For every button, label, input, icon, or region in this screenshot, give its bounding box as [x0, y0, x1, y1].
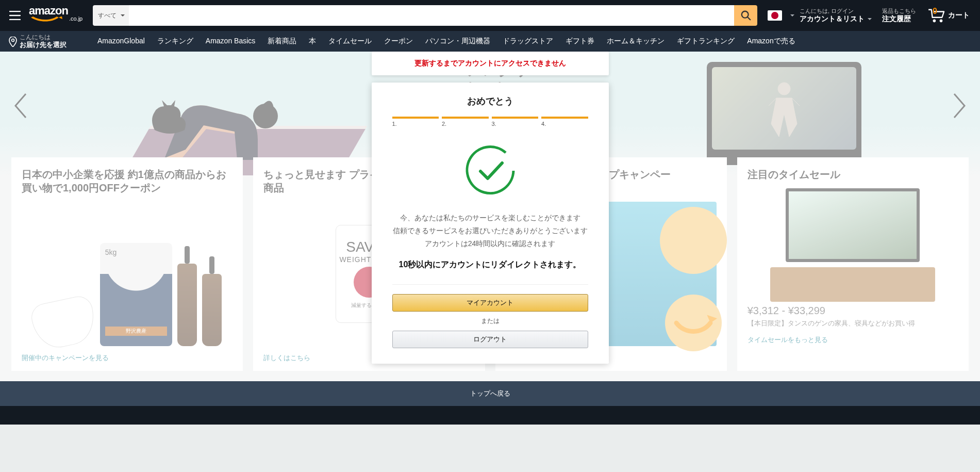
- svg-point-2: [940, 20, 943, 23]
- modal-text: アカウントは24時間以内に確認されます: [392, 238, 588, 249]
- or-separator: または: [392, 317, 588, 325]
- deliver-to-button[interactable]: こんにちは お届け先を選択: [4, 34, 71, 49]
- deliver-small: こんにちは: [20, 34, 67, 41]
- modal-text: 信頼できるサービスをお選びいただきありがとうございます: [392, 225, 588, 236]
- logo-tld: .co.jp: [69, 15, 82, 23]
- search-scope-dropdown[interactable]: すべて: [93, 5, 129, 26]
- back-to-top-button[interactable]: トップへ戻る: [0, 381, 980, 406]
- nav-link[interactable]: 新着商品: [261, 37, 303, 46]
- progress-step: 4.: [541, 117, 588, 127]
- search-button[interactable]: [734, 5, 757, 26]
- logout-button[interactable]: ログアウト: [392, 331, 588, 348]
- footer: [0, 406, 980, 425]
- deliver-big: お届け先を選択: [20, 41, 67, 49]
- chevron-down-icon: [790, 14, 794, 19]
- modal-text: 今、あなたは私たちのサービスを楽しむことができます: [392, 213, 588, 223]
- my-account-button[interactable]: マイアカウント: [392, 294, 588, 312]
- chevron-down-icon: [868, 18, 872, 22]
- nav-link[interactable]: ホーム＆キッチン: [601, 37, 671, 46]
- nav-link[interactable]: ランキング: [151, 37, 200, 46]
- nav-link[interactable]: パソコン・周辺機器: [419, 37, 496, 46]
- account-menu[interactable]: こんにちは, ログイン アカウント＆リスト: [794, 8, 877, 23]
- warning-banner: 更新するまでアカウントにアクセスできません: [372, 52, 609, 75]
- nav-links: AmazonGlobal ランキング Amazon Basics 新着商品 本 …: [91, 37, 802, 46]
- step-number: 4.: [541, 121, 588, 127]
- logo-smile-icon: [29, 17, 66, 23]
- search-icon: [740, 10, 752, 21]
- location-pin-icon: [8, 37, 18, 47]
- nav-link[interactable]: クーポン: [378, 37, 419, 46]
- progress-step: 2.: [442, 117, 489, 127]
- orders-label: 注文履歴: [882, 14, 916, 23]
- page-content: 「アレクサ echoshow 日本の中小企業を応援 約1億点の商品からお買い物で…: [0, 52, 980, 381]
- cart-icon: [927, 8, 947, 23]
- progress-step: 1.: [392, 117, 439, 127]
- modal-redirect-text: 10秒以内にアカウントにリダイレクトされます。: [392, 258, 588, 271]
- nav-link[interactable]: 本: [303, 37, 322, 46]
- phishing-modal: おめでとう 1. 2. 3. 4. 今、あなたは私たちのサービスを楽しむことがで…: [372, 83, 609, 364]
- progress-step: 3.: [492, 117, 539, 127]
- svg-point-1: [933, 20, 936, 23]
- hamburger-menu-button[interactable]: [4, 5, 26, 26]
- step-number: 1.: [392, 121, 439, 127]
- step-number: 2.: [442, 121, 489, 127]
- phishing-modal-wrap: 更新するまでアカウントにアクセスできません おめでとう 1. 2. 3. 4. …: [372, 52, 609, 364]
- step-number: 3.: [492, 121, 539, 127]
- search-input[interactable]: [129, 5, 734, 26]
- svg-point-3: [12, 39, 14, 42]
- nav-link[interactable]: AmazonGlobal: [91, 37, 151, 46]
- progress-steps: 1. 2. 3. 4.: [392, 117, 588, 127]
- account-label: アカウント＆リスト: [800, 14, 865, 23]
- success-check-icon: [462, 142, 519, 199]
- nav-link[interactable]: Amazon Basics: [200, 37, 261, 46]
- cart-link[interactable]: 0 カート: [921, 8, 976, 23]
- flag-jp-icon: [768, 10, 782, 21]
- account-greeting: こんにちは, ログイン: [800, 8, 872, 14]
- nav-link[interactable]: タイムセール: [322, 37, 378, 46]
- language-selector[interactable]: [762, 10, 794, 21]
- amazon-logo[interactable]: amazon .co.jp: [26, 5, 88, 26]
- hamburger-icon: [9, 11, 21, 20]
- nav-link[interactable]: ギフトランキング: [671, 37, 741, 46]
- orders-small: 返品もこちら: [882, 8, 916, 14]
- cart-label: カート: [948, 11, 970, 23]
- nav-link[interactable]: ギフト券: [559, 37, 601, 46]
- modal-title: おめでとう: [392, 95, 588, 107]
- divider: [392, 284, 588, 285]
- top-nav: amazon .co.jp すべて こんにちは, ログイン アカウント＆リスト …: [0, 0, 980, 31]
- search-bar: すべて: [93, 5, 757, 26]
- nav-link[interactable]: ドラッグストア: [496, 37, 559, 46]
- search-scope-label: すべて: [98, 11, 117, 20]
- cart-count: 0: [933, 7, 937, 16]
- orders-link[interactable]: 返品もこちら 注文履歴: [877, 8, 921, 23]
- sub-nav: こんにちは お届け先を選択 AmazonGlobal ランキング Amazon …: [0, 31, 980, 52]
- nav-link[interactable]: Amazonで売る: [741, 37, 801, 46]
- logo-word: amazon: [29, 4, 68, 17]
